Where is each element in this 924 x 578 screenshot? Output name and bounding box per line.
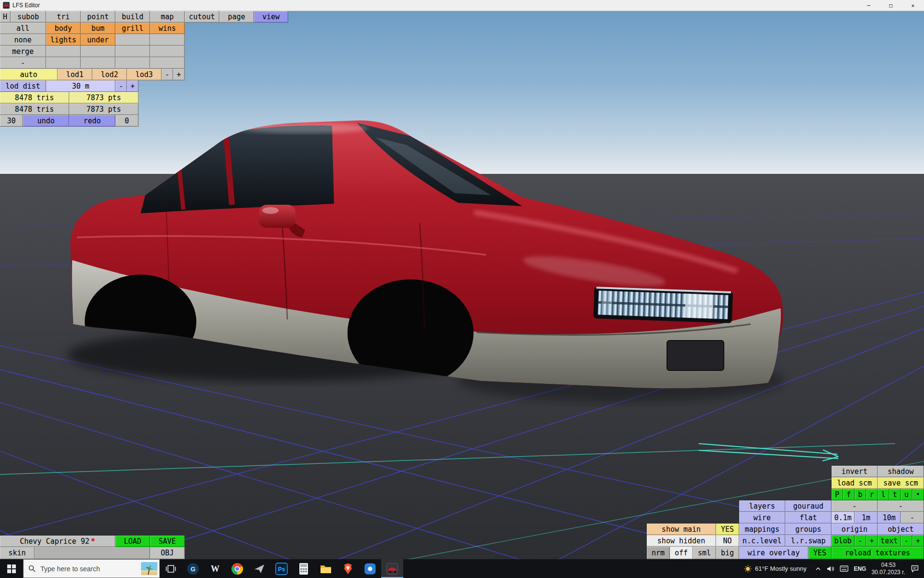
button-auto[interactable]: auto — [0, 69, 58, 80]
off-button[interactable]: off — [670, 547, 693, 559]
nc-level-button[interactable]: n.c.level — [739, 535, 785, 547]
tab-page[interactable]: page — [219, 11, 254, 23]
origin-button[interactable]: origin — [832, 524, 878, 535]
filter-none[interactable]: none — [0, 34, 46, 46]
tab-point[interactable]: point — [81, 11, 116, 23]
show-main-label[interactable]: show main — [647, 524, 716, 535]
view-key-l[interactable]: l — [878, 489, 889, 500]
button-dash[interactable]: - — [0, 57, 46, 69]
lr-swap-button[interactable]: l.r.swap — [785, 535, 832, 547]
taskbar-app-chrome[interactable] — [226, 559, 248, 578]
taskbar-app-lfs-editor[interactable] — [381, 559, 403, 578]
blob-plus-button[interactable]: + — [866, 535, 878, 547]
lod-dist-minus-button[interactable]: - — [116, 80, 127, 92]
obj-button[interactable]: OBJ — [150, 547, 185, 559]
touch-keyboard-icon[interactable] — [840, 565, 848, 572]
filter-grill[interactable]: grill — [116, 23, 150, 34]
tab-view[interactable]: view — [254, 11, 288, 23]
taskbar-app-calculator[interactable] — [293, 559, 315, 578]
tab-subob[interactable]: subob — [11, 11, 46, 23]
button-lod3[interactable]: lod3 — [127, 69, 162, 80]
skin-button[interactable]: skin — [0, 547, 35, 559]
blob-minus-button[interactable]: - — [855, 535, 866, 547]
nrm-button[interactable]: nrm — [647, 547, 670, 559]
view-key-dot[interactable]: • — [912, 489, 924, 500]
blob-button[interactable]: blob — [832, 535, 855, 547]
filter-wins[interactable]: wins — [150, 23, 185, 34]
taskbar-app-g[interactable]: G — [182, 559, 204, 578]
layers-button[interactable]: layers — [739, 500, 785, 512]
shadow-button[interactable]: shadow — [878, 466, 924, 477]
sml-button[interactable]: sml — [693, 547, 716, 559]
button-lod1[interactable]: lod1 — [58, 69, 92, 80]
text-button[interactable]: text — [878, 535, 901, 547]
clock[interactable]: 04:53 30.07.2023 r. — [872, 562, 905, 576]
filter-lights[interactable]: lights — [46, 34, 81, 46]
view-key-b[interactable]: b — [855, 489, 866, 500]
action-center-icon[interactable] — [911, 565, 919, 573]
lod-dist-plus-button[interactable]: + — [127, 80, 139, 92]
minimize-button[interactable]: ─ — [858, 0, 880, 11]
search-daily-image[interactable] — [141, 562, 157, 575]
view-key-t[interactable]: t — [889, 489, 901, 500]
tab-cutout[interactable]: cutout — [185, 11, 219, 23]
object-button[interactable]: object — [878, 524, 924, 535]
taskbar-app-plane[interactable] — [248, 559, 270, 578]
lod-plus-button[interactable]: + — [173, 69, 185, 80]
save-scm-button[interactable]: save scm — [878, 477, 924, 489]
speaker-icon[interactable] — [827, 565, 834, 572]
language-indicator[interactable]: ENG — [854, 565, 866, 572]
taskbar-app-brave[interactable] — [337, 559, 359, 578]
load-scm-button[interactable]: load scm — [832, 477, 878, 489]
wire-button[interactable]: wire — [739, 512, 785, 524]
dash-cell[interactable]: - — [878, 500, 924, 512]
filter-all[interactable]: all — [0, 23, 46, 34]
mappings-button[interactable]: mappings — [739, 524, 785, 535]
start-button[interactable] — [0, 559, 23, 578]
taskbar-search[interactable] — [23, 559, 160, 578]
undo-button[interactable]: undo — [23, 115, 69, 127]
search-input[interactable] — [39, 565, 138, 573]
big-button[interactable]: big — [716, 547, 739, 559]
redo-button[interactable]: redo — [69, 115, 116, 127]
close-button[interactable]: ✕ — [902, 0, 924, 11]
taskbar-app-explorer[interactable] — [315, 559, 337, 578]
car-model[interactable] — [67, 120, 784, 402]
taskbar-app-w[interactable]: W — [204, 559, 226, 578]
show-hidden-value[interactable]: NO — [716, 535, 739, 547]
chevron-up-icon[interactable] — [815, 566, 821, 572]
view-key-f[interactable]: f — [843, 489, 855, 500]
tab-build[interactable]: build — [116, 11, 150, 23]
load-button[interactable]: LOAD — [116, 536, 150, 547]
button-merge[interactable]: merge — [0, 46, 46, 57]
taskbar-app-blue[interactable] — [359, 559, 381, 578]
taskbar-app-photoshop[interactable]: Ps — [270, 559, 293, 578]
text-plus-button[interactable]: + — [912, 535, 924, 547]
view-key-r[interactable]: r — [866, 489, 878, 500]
view-key-u[interactable]: u — [901, 489, 912, 500]
gouraud-button[interactable]: gouraud — [785, 500, 832, 512]
maximize-button[interactable]: □ — [880, 0, 902, 11]
view-key-p[interactable]: P — [832, 489, 843, 500]
wire-overlay-label[interactable]: wire overlay — [739, 547, 808, 559]
filter-body[interactable]: body — [46, 23, 81, 34]
filter-bum[interactable]: bum — [81, 23, 116, 34]
flat-button[interactable]: flat — [785, 512, 832, 524]
taskbar-app-task-view[interactable] — [160, 559, 182, 578]
grid-1m-button[interactable]: 1m — [855, 512, 878, 524]
invert-button[interactable]: invert — [832, 466, 878, 477]
tab-tri[interactable]: tri — [46, 11, 81, 23]
text-minus-button[interactable]: - — [901, 535, 912, 547]
save-button[interactable]: SAVE — [150, 536, 185, 547]
wire-overlay-value[interactable]: YES — [808, 547, 832, 559]
lod-dist-value[interactable]: 30 m — [46, 80, 116, 92]
dash-cell[interactable]: - — [832, 500, 878, 512]
filter-under[interactable]: under — [81, 34, 116, 46]
button-lod2[interactable]: lod2 — [92, 69, 127, 80]
grid-01m-button[interactable]: 0.1m — [832, 512, 855, 524]
viewport-3d[interactable] — [0, 11, 924, 559]
dash-cell[interactable]: - — [901, 512, 924, 524]
reload-textures-button[interactable]: reload textures — [832, 547, 924, 559]
show-main-value[interactable]: YES — [716, 524, 739, 535]
lod-minus-button[interactable]: - — [162, 69, 173, 80]
